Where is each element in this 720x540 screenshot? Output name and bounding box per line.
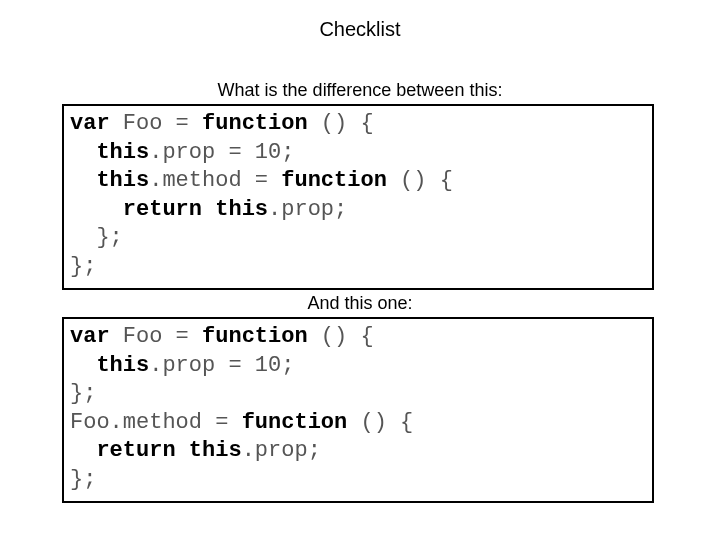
page-title: Checklist (0, 18, 720, 41)
code-block-1: var Foo = function () { this.prop = 10; … (62, 104, 654, 290)
code-text: }; (70, 467, 96, 492)
kw-var: var (70, 111, 110, 136)
kw-function: function (202, 111, 308, 136)
code-text: Foo.method = (70, 410, 242, 435)
kw-var: var (70, 324, 110, 349)
caption-first: What is the difference between this: (0, 80, 720, 101)
code-indent (70, 140, 96, 165)
code-text: () { (308, 111, 374, 136)
code-text: .prop = 10; (149, 353, 294, 378)
code-indent (70, 353, 96, 378)
code-indent (70, 197, 123, 222)
code-text: () { (387, 168, 453, 193)
kw-return-this: return this (96, 438, 241, 463)
code-text: }; (70, 254, 96, 279)
code-text: () { (308, 324, 374, 349)
kw-function: function (242, 410, 348, 435)
slide: Checklist What is the difference between… (0, 0, 720, 540)
code-indent (70, 438, 96, 463)
code-text: .prop = 10; (149, 140, 294, 165)
code-indent (70, 168, 96, 193)
code-text: () { (347, 410, 413, 435)
code-text: }; (70, 225, 123, 250)
kw-function: function (202, 324, 308, 349)
code-text: Foo = (110, 111, 202, 136)
kw-this: this (96, 168, 149, 193)
code-text: .method = (149, 168, 281, 193)
code-text: .prop; (268, 197, 347, 222)
kw-function: function (281, 168, 387, 193)
code-text: .prop; (242, 438, 321, 463)
code-text: }; (70, 381, 96, 406)
caption-second: And this one: (0, 293, 720, 314)
kw-this: this (96, 353, 149, 378)
code-block-2: var Foo = function () { this.prop = 10; … (62, 317, 654, 503)
kw-this: this (96, 140, 149, 165)
code-block-2-content: var Foo = function () { this.prop = 10; … (70, 323, 646, 495)
code-text: Foo = (110, 324, 202, 349)
code-block-1-content: var Foo = function () { this.prop = 10; … (70, 110, 646, 282)
kw-return-this: return this (123, 197, 268, 222)
